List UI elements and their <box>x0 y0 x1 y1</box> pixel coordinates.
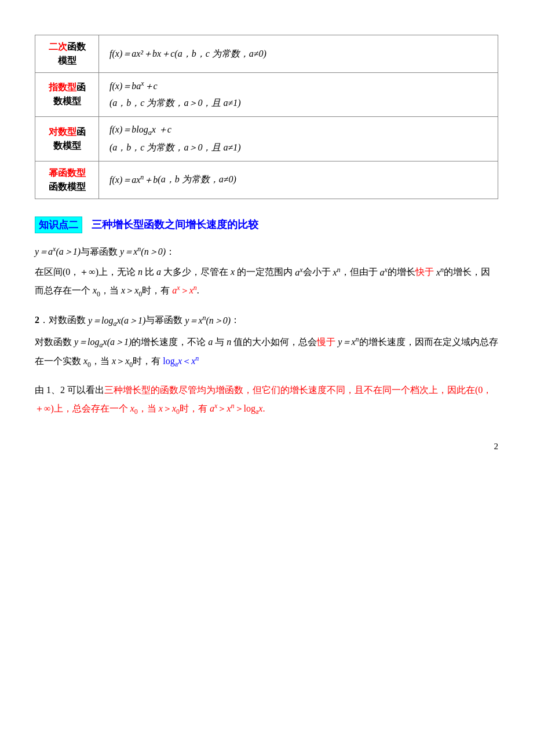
formula-exponential: f(x)＝bax＋c (a，b，c 为常数，a＞0，且 a≠1) <box>99 73 498 117</box>
section2-body: 对数函数 y＝logax(a＞1)的增长速度，不论 a 与 n 值的大小如何，总… <box>35 333 498 372</box>
page-number: 2 <box>35 442 498 452</box>
table-row: 幂函数型函数模型 f(x)＝axn＋b(a，b 为常数，a≠0) <box>35 161 498 199</box>
formula-logarithmic: f(x)＝blogax ＋c (a，b，c 为常数，a＞0，且 a≠1) <box>99 116 498 161</box>
knowledge-title-2: 三种增长型函数之间增长速度的比较 <box>92 218 258 232</box>
label-quadratic: 二次函数模型 <box>35 35 99 73</box>
section2-heading: 2．对数函数 y＝logax(a＞1)与幂函数 y＝xn(n＞0)： <box>35 311 498 330</box>
table-row: 二次函数模型 f(x)＝ax²＋bx＋c(a，b，c 为常数，a≠0) <box>35 35 498 73</box>
section-summary: 由 1、2 可以看出三种增长型的函数尽管均为增函数，但它们的增长速度不同，且不在… <box>35 381 498 419</box>
formula-power: f(x)＝axn＋b(a，b 为常数，a≠0) <box>99 161 498 199</box>
section1-heading: y＝ax(a＞1)与幂函数 y＝xn(n＞0)： <box>35 243 498 261</box>
section3-body: 由 1、2 可以看出三种增长型的函数尽管均为增函数，但它们的增长速度不同，且不在… <box>35 381 498 419</box>
label-logarithmic: 对数型函数模型 <box>35 116 99 161</box>
table-row: 指数型函数模型 f(x)＝bax＋c (a，b，c 为常数，a＞0，且 a≠1) <box>35 73 498 117</box>
knowledge-tag-2: 知识点二 <box>35 216 82 233</box>
label-power: 幂函数型函数模型 <box>35 161 99 199</box>
table-row: 对数型函数模型 f(x)＝blogax ＋c (a，b，c 为常数，a＞0，且 … <box>35 116 498 161</box>
section1-body: 在区间(0，＋∞)上，无论 n 比 a 大多少，尽管在 x 的一定范围内 ax会… <box>35 263 498 300</box>
formula-quadratic: f(x)＝ax²＋bx＋c(a，b，c 为常数，a≠0) <box>99 35 498 73</box>
section-exp-vs-power: y＝ax(a＞1)与幂函数 y＝xn(n＞0)： 在区间(0，＋∞)上，无论 n… <box>35 243 498 301</box>
section-log-vs-power: 2．对数函数 y＝logax(a＞1)与幂函数 y＝xn(n＞0)： 对数函数 … <box>35 311 498 371</box>
function-model-table: 二次函数模型 f(x)＝ax²＋bx＋c(a，b，c 为常数，a≠0) 指数型函… <box>35 35 498 199</box>
label-exponential: 指数型函数模型 <box>35 73 99 117</box>
knowledge-point-2-header: 知识点二 三种增长型函数之间增长速度的比较 <box>35 216 498 233</box>
